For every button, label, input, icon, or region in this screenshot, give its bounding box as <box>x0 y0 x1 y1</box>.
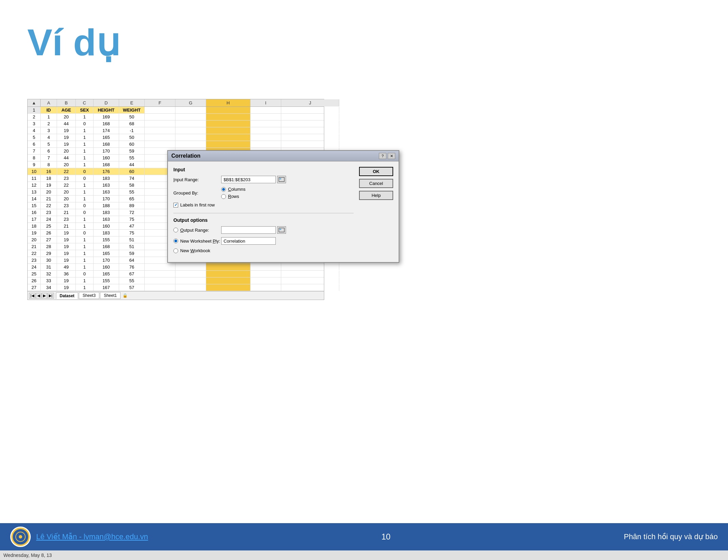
list-item: 1 <box>76 284 94 291</box>
list-item: 58 <box>119 182 145 188</box>
output-range-radio-row[interactable]: Output Range: <box>173 228 221 233</box>
input-range-label: Input Range: <box>173 177 221 182</box>
list-item: 12 <box>28 182 41 188</box>
list-item: 1 <box>76 141 94 147</box>
tab-sheet3[interactable]: Sheet3 <box>79 292 99 299</box>
table-row: 243149116076 <box>28 264 324 271</box>
list-item: 60 <box>119 168 145 175</box>
dialog-close-btn[interactable]: ✕ <box>388 153 395 159</box>
list-item: 14 <box>28 196 41 202</box>
list-item <box>281 120 339 127</box>
list-item: 5 <box>41 141 57 147</box>
new-worksheet-radio[interactable] <box>173 239 178 243</box>
list-item: 19 <box>57 127 76 134</box>
list-item: 0 <box>76 175 94 182</box>
list-item <box>206 264 251 270</box>
list-item <box>175 127 206 134</box>
list-item: 1 <box>76 127 94 134</box>
ok-button[interactable]: OK <box>359 167 393 176</box>
list-item: 0 <box>76 120 94 127</box>
output-range-label: Output Range: <box>180 228 209 233</box>
input-range-picker-btn[interactable] <box>277 176 286 183</box>
new-worksheet-radio-row[interactable]: New Worksheet Ply: <box>173 239 221 244</box>
list-item: 7 <box>28 148 41 154</box>
col-header-h: H <box>206 99 251 106</box>
list-item <box>251 127 281 134</box>
output-range-field[interactable] <box>221 226 276 234</box>
dialog-help-btn[interactable]: ? <box>379 153 386 159</box>
list-item <box>175 120 206 127</box>
list-item: 18 <box>28 223 41 229</box>
cell-g1 <box>175 107 206 113</box>
nav-prev[interactable]: ◀ <box>36 293 41 299</box>
col-header-f: F <box>145 99 175 106</box>
new-worksheet-label: New Worksheet Ply: <box>180 239 220 244</box>
help-button[interactable]: Help <box>359 191 393 200</box>
footer: Lê Viết Mẫn - lvman@hce.edu.vn 10 Phân t… <box>0 523 728 550</box>
columns-label: Columns <box>228 187 245 192</box>
table-row: 43191174-1 <box>28 127 324 134</box>
input-range-field[interactable] <box>221 176 276 183</box>
list-item: 20 <box>57 148 76 154</box>
tab-sheet1[interactable]: Sheet1 <box>100 292 120 299</box>
list-item: 15 <box>28 202 41 209</box>
list-item: 1 <box>76 182 94 188</box>
list-item <box>281 277 339 284</box>
list-item <box>281 141 339 147</box>
list-item: 49 <box>57 264 76 270</box>
nav-arrows[interactable]: |◀ ◀ ▶ ▶| <box>29 293 54 299</box>
table-row: 6519116860 <box>28 141 324 148</box>
list-item: 1 <box>76 223 94 229</box>
list-item: 19 <box>57 250 76 257</box>
new-workbook-radio-row[interactable]: New Workbook <box>173 248 210 253</box>
list-item: 168 <box>94 161 119 168</box>
list-item <box>206 120 251 127</box>
rows-radio-row[interactable]: Rows <box>221 194 245 199</box>
list-item <box>251 141 281 147</box>
list-item: 176 <box>94 168 119 175</box>
list-item: 160 <box>94 155 119 161</box>
columns-radio-row[interactable]: Columns <box>221 187 245 192</box>
list-item: 21 <box>57 223 76 229</box>
rows-radio[interactable] <box>221 194 226 199</box>
list-item: 7 <box>41 155 57 161</box>
list-item: 168 <box>94 120 119 127</box>
list-item: 75 <box>119 230 145 236</box>
list-item: 28 <box>41 243 57 250</box>
cell-b1: AGE <box>57 107 76 113</box>
list-item <box>145 264 175 270</box>
list-item: 50 <box>119 114 145 120</box>
nav-next[interactable]: ▶ <box>42 293 47 299</box>
list-item: 20 <box>57 196 76 202</box>
nav-last[interactable]: ▶| <box>47 293 54 299</box>
columns-radio[interactable] <box>221 187 226 192</box>
table-row: 263319115555 <box>28 277 324 284</box>
new-workbook-radio[interactable] <box>173 248 178 253</box>
list-item: 21 <box>57 209 76 216</box>
list-item <box>251 264 281 270</box>
list-item: 19 <box>57 230 76 236</box>
col-header-j: J <box>281 99 339 106</box>
list-item: 30 <box>41 257 57 263</box>
nav-first[interactable]: |◀ <box>29 293 35 299</box>
labels-first-row-row[interactable]: ✔ Labels in first row <box>173 202 354 207</box>
dialog-buttons: OK Cancel Help <box>359 167 393 257</box>
new-worksheet-field[interactable] <box>221 237 276 245</box>
cancel-button[interactable]: Cancel <box>359 179 393 188</box>
col-header-row: ▲ A B C D E F G H I J <box>28 99 324 107</box>
dialog-left: Input Input Range: Grouped By: C <box>173 167 354 257</box>
dialog-controls: ? ✕ <box>379 153 395 159</box>
output-range-radio[interactable] <box>173 228 178 232</box>
list-item: 31 <box>41 264 57 270</box>
list-item: 1 <box>76 134 94 141</box>
list-item: 4 <box>28 127 41 134</box>
input-section-label: Input <box>173 167 354 172</box>
table-row: 3244016868 <box>28 120 324 127</box>
grouped-by-options: Columns Rows <box>221 187 245 199</box>
list-item: 183 <box>94 230 119 236</box>
list-item: 23 <box>57 202 76 209</box>
list-item: 23 <box>57 175 76 182</box>
output-range-picker-btn[interactable] <box>277 226 286 234</box>
labels-first-row-checkbox[interactable]: ✔ <box>173 203 178 207</box>
tab-dataset[interactable]: Dataset <box>56 292 78 299</box>
